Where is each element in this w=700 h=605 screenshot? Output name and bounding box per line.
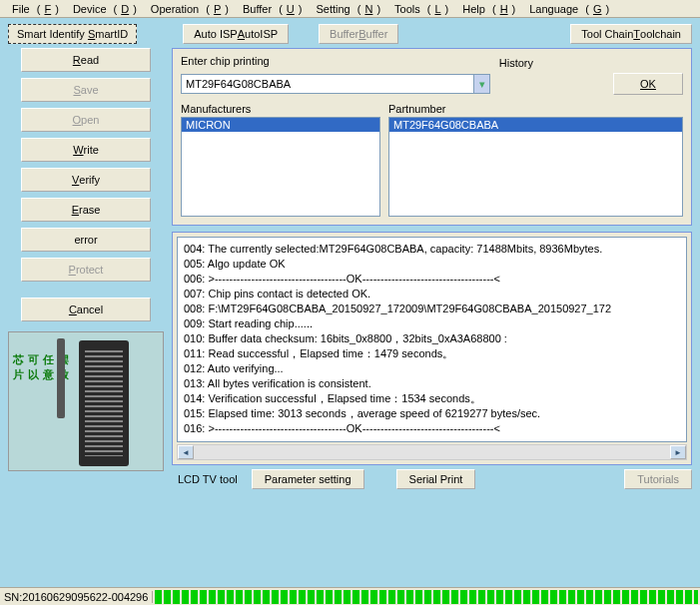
erase-button[interactable]: Erase — [21, 198, 151, 222]
partnumber-label: Partnumber — [388, 103, 683, 115]
chevron-down-icon[interactable]: ▾ — [473, 75, 489, 93]
chinese-label: 任意 — [43, 352, 58, 367]
log-panel: 004: The currently selected:MT29F64G08CB… — [172, 232, 692, 465]
log-line: 004: The currently selected:MT29F64G08CB… — [184, 242, 680, 257]
list-item[interactable]: MICRON — [182, 118, 379, 132]
sidebar: Read Save Open Write Verify Erase error … — [8, 48, 164, 489]
list-item[interactable]: MT29F64G08CBABA — [389, 118, 682, 132]
log-line: 005: Algo update OK — [184, 257, 680, 272]
horizontal-scrollbar[interactable]: ◄ ► — [177, 444, 687, 460]
manufacturers-label: Manufacturers — [181, 103, 380, 115]
log-line: 006: >----------------------------------… — [184, 272, 680, 287]
log-textbox[interactable]: 004: The currently selected:MT29F64G08CB… — [177, 237, 687, 442]
chip-input[interactable] — [182, 75, 473, 93]
log-line: 013: All bytes verification is consisten… — [184, 376, 680, 391]
log-line: 016: >----------------------------------… — [184, 421, 680, 436]
menu-bar: File (F) Device (D) Operation (P) Buffer… — [0, 0, 700, 18]
menu-buffer[interactable]: Buffer (U) — [235, 3, 307, 15]
parameter-setting-button[interactable]: Parameter setting — [252, 469, 364, 489]
menu-language[interactable]: Language (G) — [521, 3, 613, 15]
tutorials-button[interactable]: Tutorials — [624, 469, 692, 489]
scroll-right-icon[interactable]: ► — [670, 445, 686, 459]
read-button[interactable]: Read — [21, 48, 151, 72]
log-line: 008: F:\MT29F64G08CBABA_20150927_172009\… — [184, 302, 680, 316]
serial-number: SN:20160629095622-004296 — [0, 591, 153, 603]
verify-button[interactable]: Verify — [21, 168, 151, 192]
progress-bar — [155, 590, 698, 604]
enter-chip-label: Enter chip printing — [181, 55, 489, 67]
cancel-button[interactable]: Cancel — [21, 298, 151, 321]
auto-isp-button[interactable]: Auto ISP AutoISP — [183, 24, 289, 44]
protect-button[interactable]: Protect — [21, 258, 151, 282]
write-button[interactable]: Write — [21, 138, 151, 162]
menu-file[interactable]: File (F) — [4, 3, 63, 15]
error-button[interactable]: error — [21, 228, 151, 252]
menu-operation[interactable]: Operation (P) — [143, 3, 233, 15]
toolchain-button[interactable]: Tool Chain Toolchain — [570, 24, 692, 44]
status-bar: SN:20160629095622-004296 — [0, 587, 700, 605]
menu-setting[interactable]: Setting (N) — [308, 3, 384, 15]
menu-tools[interactable]: Tools (L) — [386, 3, 452, 15]
socket-image: 芯片 可以 任意 摆放 — [8, 331, 164, 471]
ok-button[interactable]: OK — [613, 73, 683, 95]
open-button[interactable]: Open — [21, 108, 151, 132]
chip-input-combo[interactable]: ▾ — [181, 74, 490, 94]
log-line: 012: Auto verifying... — [184, 361, 680, 376]
log-line: 009: Start reading chip...... — [184, 316, 680, 331]
menu-device[interactable]: Device (D) — [65, 3, 141, 15]
toolbar: Smart Identify SmartID Auto ISP AutoISP … — [0, 18, 700, 48]
history-label: History — [499, 57, 533, 69]
menu-help[interactable]: Help (H) — [454, 3, 519, 15]
log-line: 010: Buffer data checksum: 16bits_0x8800… — [184, 331, 680, 346]
lcd-tv-label: LCD TV tool — [178, 473, 238, 485]
chinese-label: 可以 — [28, 352, 43, 367]
scroll-left-icon[interactable]: ◄ — [178, 445, 194, 459]
smart-identify-button[interactable]: Smart Identify SmartID — [8, 24, 137, 44]
chip-select-panel: Enter chip printing History ▾ OK Manufac… — [172, 48, 692, 226]
partnumber-list[interactable]: MT29F64G08CBABA — [388, 117, 683, 217]
manufacturers-list[interactable]: MICRON — [181, 117, 380, 217]
chinese-label: 芯片 — [13, 352, 28, 367]
save-button[interactable]: Save — [21, 78, 151, 102]
buffer-button[interactable]: Buffer Buffer — [319, 24, 398, 44]
serial-print-button[interactable]: Serial Print — [396, 469, 476, 489]
log-line: 011: Read successful，Elapsed time：1479 s… — [184, 346, 680, 361]
log-line: 007: Chip pins contact is detected OK. — [184, 287, 680, 302]
log-line: 015: Elapsed time: 3013 seconds，average … — [184, 406, 680, 421]
log-line: 014: Verification successful，Elapsed tim… — [184, 391, 680, 406]
